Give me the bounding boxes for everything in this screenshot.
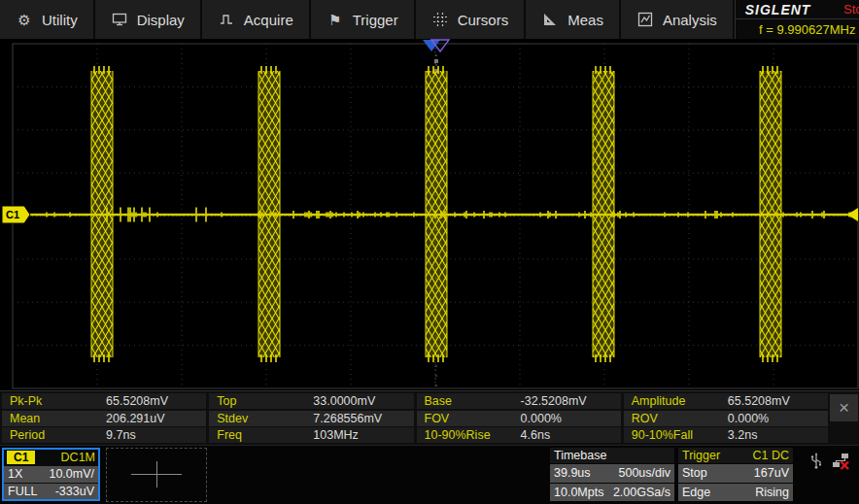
menu-trigger-label: Trigger <box>353 12 398 28</box>
timebase-points: 10.0Mpts <box>554 486 603 499</box>
svg-text:C1: C1 <box>6 209 19 220</box>
menu-display[interactable]: Display <box>95 0 202 39</box>
crosshatch-icon <box>431 12 449 28</box>
trigger-slope: Rising <box>755 486 789 499</box>
menu-analysis-label: Analysis <box>663 12 717 28</box>
pulse-icon <box>218 12 235 28</box>
channel-offset: -333uV <box>55 485 94 498</box>
menu-analysis[interactable]: Analysis <box>621 0 735 39</box>
brand-status-box: SIGLENT Stop f = 9.990627MHz <box>735 0 859 39</box>
channel-badge: C1 <box>7 451 35 464</box>
lan-disconnected-icon <box>832 453 849 473</box>
brand-logo: SIGLENT <box>745 2 811 17</box>
menu-cursors[interactable]: Cursors <box>416 0 527 39</box>
waveform-display-area[interactable]: C1 <box>0 39 859 390</box>
meas-fall: 90-10%Fall3.2ns <box>624 427 828 443</box>
trigger-descriptor[interactable]: Trigger C1 DC Stop167uV EdgeRising <box>678 448 793 501</box>
timebase-descriptor[interactable]: Timebase 39.9us500us/div 10.0Mpts2.00GSa… <box>550 448 674 501</box>
chart-box-icon <box>636 12 654 28</box>
menu-bar: ⚙ Utility Display Acquire ⚑ Trigger Curs… <box>0 0 859 39</box>
trigger-level-marker[interactable] <box>847 208 858 221</box>
menu-meas[interactable]: Meas <box>526 0 621 39</box>
meas-top: Top33.0000mV <box>209 393 413 409</box>
set-square-icon <box>541 12 559 28</box>
usb-icon <box>809 453 823 473</box>
add-channel-button[interactable] <box>106 448 207 502</box>
meas-fov: FOV0.000% <box>417 411 621 426</box>
meas-amplitude: Amplitude65.5208mV <box>624 393 828 409</box>
timebase-delay: 39.9us <box>554 466 591 480</box>
trigger-type: Edge <box>682 486 710 499</box>
timebase-rate: 2.00GSa/s <box>613 486 670 499</box>
trigger-level: 167uV <box>754 466 789 480</box>
menu-utility-label: Utility <box>42 12 78 28</box>
trigger-source-coupling: C1 DC <box>752 449 789 462</box>
meas-pkpk: Pk-Pk65.5208mV <box>2 393 206 409</box>
gear-icon: ⚙ <box>16 12 33 28</box>
meas-rise: 10-90%Rise4.6ns <box>417 427 621 443</box>
measurement-panel: Pk-Pk65.5208mV Top33.0000mV Base-32.5208… <box>0 390 859 445</box>
channel-offset-marker[interactable]: C1 <box>2 206 30 223</box>
meas-freq: Freq103MHz <box>209 427 413 443</box>
frequency-counter: f = 9.990627MHz <box>736 19 859 39</box>
trigger-title: Trigger <box>682 449 720 462</box>
channel-bandwidth: FULL <box>8 485 38 498</box>
menu-display-label: Display <box>137 12 185 28</box>
monitor-icon <box>111 12 128 28</box>
timebase-title: Timebase <box>554 449 606 462</box>
meas-mean: Mean206.291uV <box>2 411 206 426</box>
menu-acquire-label: Acquire <box>244 12 293 28</box>
channel-descriptor-c1[interactable]: C1 DC1M 1X10.0mV/ FULL-333uV <box>2 448 100 501</box>
trigger-status: Stop <box>682 466 707 480</box>
meas-stdev: Stdev7.268556mV <box>209 411 413 426</box>
flag-icon: ⚑ <box>326 12 344 28</box>
acquisition-status: Stop <box>843 2 859 17</box>
io-status-icons <box>809 453 849 473</box>
status-bar: C1 DC1M 1X10.0mV/ FULL-333uV Timebase 39… <box>0 445 859 504</box>
menu-utility[interactable]: ⚙ Utility <box>0 0 95 39</box>
menu-meas-label: Meas <box>567 12 603 28</box>
menu-trigger[interactable]: ⚑ Trigger <box>311 0 416 39</box>
oscilloscope-screen: ⚙ Utility Display Acquire ⚑ Trigger Curs… <box>0 0 859 504</box>
channel-coupling: DC1M <box>61 451 95 464</box>
meas-period: Period9.7ns <box>2 427 206 443</box>
menu-acquire[interactable]: Acquire <box>202 0 311 39</box>
meas-base: Base-32.5208mV <box>417 393 621 409</box>
channel-probe: 1X <box>8 467 22 481</box>
measurement-panel-close-button[interactable]: × <box>830 394 858 421</box>
timebase-scale: 500us/div <box>618 466 670 480</box>
channel-scale: 10.0mV/ <box>49 467 94 481</box>
trigger-delay-marker[interactable] <box>423 40 449 51</box>
plus-icon <box>156 461 157 487</box>
meas-rov: ROV0.000% <box>624 411 828 426</box>
menu-cursors-label: Cursors <box>458 12 509 28</box>
waveform-svg[interactable]: C1 <box>0 39 859 390</box>
